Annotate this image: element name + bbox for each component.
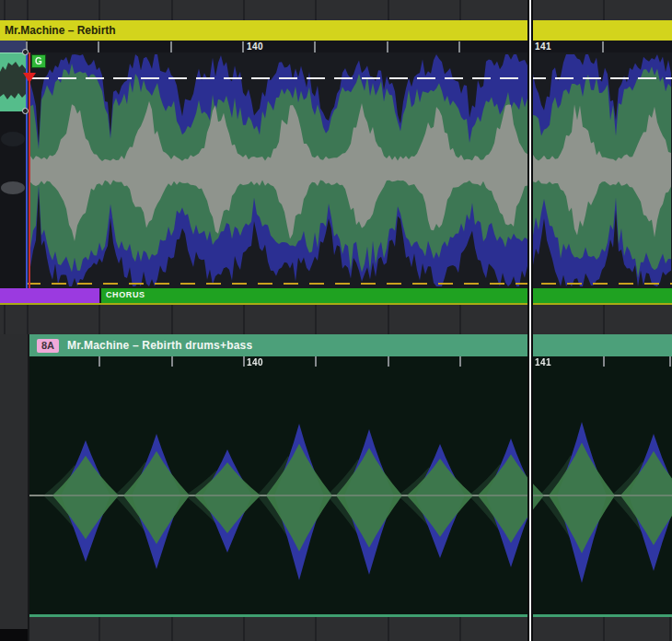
phrase-bar-chorus[interactable]: CHORUS	[101, 288, 672, 303]
key-badge: 8A	[37, 339, 59, 353]
cue-marker-triangle[interactable]	[23, 73, 36, 83]
timeline-view: Mr.Machine – Rebirth 140 141 G CHORUS	[0, 0, 672, 641]
bottom-clip-title-bar[interactable]: 8A Mr.Machine – Rebirth drums+bass	[29, 334, 672, 356]
top-ruler-ticks	[0, 41, 672, 52]
deck-gap-strip	[0, 305, 672, 334]
thumbnail-waveform-silhouette	[0, 53, 26, 111]
bottom-lane-strip	[29, 617, 672, 641]
faint-thumb-ghost-2	[1, 181, 25, 194]
top-clip-title-bar[interactable]: Mr.Machine – Rebirth	[0, 20, 672, 41]
clip-edge-line[interactable]	[26, 52, 28, 305]
clip-thumbnail[interactable]	[0, 52, 26, 111]
bar-label-140: 140	[247, 41, 263, 52]
selection-handle-top[interactable]	[22, 49, 29, 55]
bottom-waveform-region[interactable]: 140 141	[29, 356, 672, 615]
top-clip-title: Mr.Machine – Rebirth	[5, 24, 116, 37]
phrase-label: CHORUS	[106, 290, 145, 299]
top-waveform-region[interactable]	[0, 52, 672, 288]
bottom-waveform-canvas[interactable]	[29, 356, 672, 615]
cue-playhead-line[interactable]	[29, 52, 30, 305]
top-waveform-canvas[interactable]	[0, 52, 672, 288]
cue-badge-g[interactable]: G	[31, 54, 46, 68]
bottom-clip-title: Mr.Machine – Rebirth drums+bass	[67, 339, 252, 352]
phrase-bar-left[interactable]	[0, 288, 99, 303]
selection-handle-bottom[interactable]	[22, 108, 29, 114]
left-rail-bottom	[0, 334, 29, 641]
bar-label-141: 141	[535, 41, 551, 52]
rail-bottom-black-block	[0, 629, 28, 641]
gain-line[interactable]	[30, 77, 672, 79]
upper-lane-strip	[0, 0, 672, 20]
top-ruler[interactable]: 140 141	[0, 41, 672, 52]
clip-bottom-guide-line	[0, 283, 672, 285]
faint-thumb-ghost-1	[1, 132, 25, 146]
bar-grid-white-line	[527, 0, 533, 641]
left-rail-dark	[0, 111, 26, 305]
